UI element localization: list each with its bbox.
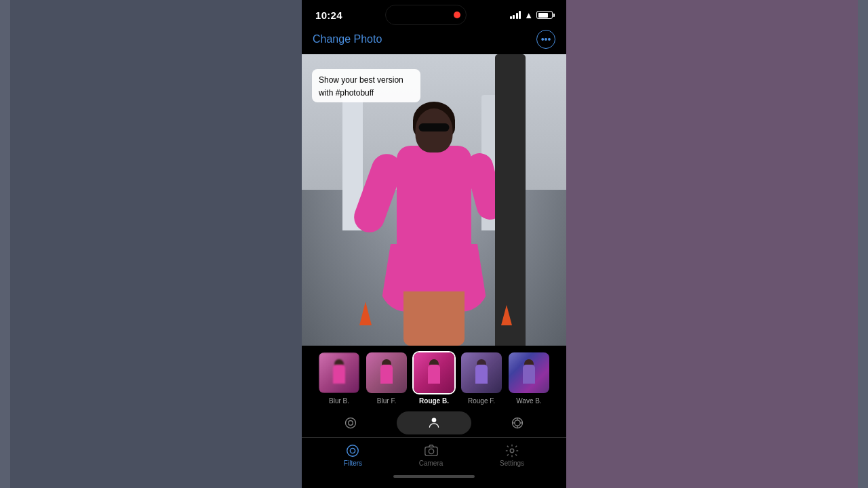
filter-thumb-blur-b [317,351,361,394]
svg-point-12 [429,449,433,453]
dynamic-island [385,5,467,25]
filter-label-wave-b: Wave B. [516,397,541,405]
controls-row [302,407,566,437]
svg-point-4 [515,420,520,426]
filter-item-rouge-b[interactable]: Rouge B. [412,351,456,405]
more-options-button[interactable]: ••• [536,30,555,49]
settings-tab-icon [505,443,519,458]
filter-label-blur-f: Blur F. [377,397,396,405]
status-right-icons: ▲ [510,10,553,20]
tab-filters-label: Filters [344,460,362,467]
filter-item-blur-f[interactable]: Blur F. [365,351,408,405]
filter-thumb-rouge-b [412,351,456,394]
filter-thumb-rouge-f [460,351,503,394]
phone-frame: 10:24 ▲ Change Photo ••• [302,0,566,488]
status-time: 10:24 [315,9,342,21]
crop-icon [344,416,357,430]
tab-settings-label: Settings [500,460,524,467]
person-icon [427,416,441,430]
status-bar: 10:24 ▲ [302,0,566,27]
filter-thumb-blur-f [365,351,408,394]
control-person-button[interactable] [397,411,471,434]
tab-camera-label: Camera [419,460,443,467]
left-panel [10,0,302,488]
svg-point-13 [510,449,514,453]
control-crop-button[interactable] [313,411,388,434]
svg-point-1 [348,421,353,426]
more-icon: ••• [541,34,551,45]
filter-item-blur-b[interactable]: Blur B. [317,351,361,405]
tab-bar: Filters Camera Settings [302,437,566,470]
camera-tab-icon [424,443,439,458]
change-photo-button[interactable]: Change Photo [313,33,382,45]
svg-point-2 [432,418,437,423]
battery-icon [536,11,553,19]
tab-filters[interactable]: Filters [337,443,369,467]
svg-point-0 [345,418,355,428]
adjust-icon [511,416,524,430]
background-pillar [495,54,526,346]
filters-row: Blur B. Blur F. [302,346,566,407]
filter-label-blur-b: Blur B. [329,397,349,405]
tab-camera[interactable]: Camera [412,443,450,467]
photo-tooltip: Show your best version with #photobuff [312,69,420,102]
signal-icon [510,11,521,19]
filter-label-rouge-b: Rouge B. [419,397,449,405]
filter-item-rouge-f[interactable]: Rouge F. [460,351,503,405]
filters-tab-icon [345,443,360,458]
filter-thumb-wave-b [507,351,551,394]
tooltip-text: Show your best version with #photobuff [319,75,403,98]
home-indicator [302,470,566,483]
control-settings-button[interactable] [480,411,555,434]
main-photo: Show your best version with #photobuff [302,54,566,346]
right-panel [566,0,858,488]
filter-label-rouge-f: Rouge F. [468,397,495,405]
filter-item-wave-b[interactable]: Wave B. [507,351,551,405]
svg-point-10 [351,448,355,453]
record-indicator [454,12,460,18]
tab-settings[interactable]: Settings [493,443,531,467]
photo-figure [359,88,509,346]
svg-rect-11 [425,447,437,456]
top-bar: Change Photo ••• [302,27,566,54]
wifi-icon: ▲ [524,10,533,20]
svg-point-9 [347,445,359,457]
